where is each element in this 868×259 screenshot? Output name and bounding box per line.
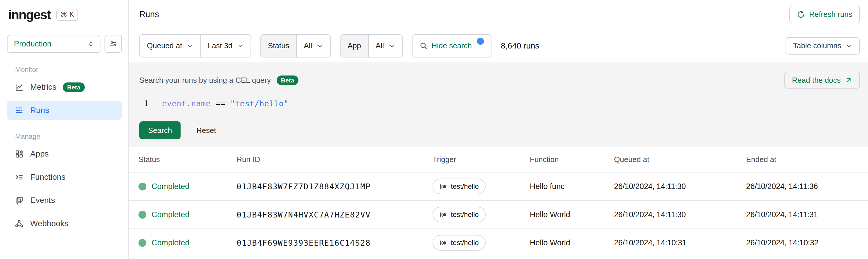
logo-row: inngest ⌘ K (7, 6, 122, 23)
trigger-pill[interactable]: test/hello (433, 179, 486, 194)
status-filter-value: All (304, 41, 312, 50)
queued-at: 26/10/2024, 14:11:30 (614, 182, 746, 191)
event-signal-icon (439, 183, 447, 191)
chevron-down-icon (845, 42, 852, 49)
command-k-shortcut[interactable]: ⌘ K (56, 9, 78, 21)
chevron-down-icon (187, 43, 193, 49)
chevron-down-icon (317, 43, 323, 49)
apps-icon (14, 149, 24, 159)
reset-button[interactable]: Reset (194, 126, 218, 135)
time-range-dropdown[interactable]: Last 3d (200, 35, 250, 57)
status-label: Completed (152, 182, 190, 191)
sidebar-item-metrics[interactable]: Metrics Beta (7, 78, 122, 96)
time-field-value: Queued at (147, 41, 182, 50)
queued-at: 26/10/2024, 14:10:31 (614, 238, 746, 248)
trigger-cell: test/hello (433, 207, 530, 223)
column-header-status: Status (138, 155, 237, 164)
sidebar-item-webhooks[interactable]: Webhooks (7, 214, 122, 233)
environment-settings-button[interactable] (104, 35, 122, 53)
sidebar-item-apps[interactable]: Apps (7, 145, 122, 163)
run-id: 01JB4F83W7N4HVXC7A7HZE82VV (237, 210, 433, 219)
column-header-run-id: Run ID (237, 155, 433, 164)
ended-at: 26/10/2024, 14:10:32 (746, 238, 862, 248)
status-label: Completed (152, 210, 190, 219)
cel-query-editor[interactable]: 1 event.name == "test/hello" (140, 99, 860, 108)
beta-badge: Beta (63, 83, 85, 92)
hide-search-label: Hide search (432, 41, 472, 50)
code-token-operator: == (211, 99, 230, 108)
trigger-name: test/hello (451, 182, 479, 191)
up-down-chevron-icon (87, 40, 95, 48)
sidebar-item-functions[interactable]: Functions (7, 168, 122, 186)
trigger-pill[interactable]: test/hello (433, 207, 486, 223)
page-title: Runs (140, 9, 159, 19)
queued-at: 26/10/2024, 14:11:30 (614, 210, 746, 219)
refresh-runs-label: Refresh runs (809, 10, 852, 19)
search-notification-dot (477, 38, 484, 45)
table-columns-dropdown[interactable]: Table columns (785, 37, 860, 55)
time-range-value: Last 3d (208, 41, 232, 50)
metrics-icon (14, 83, 24, 92)
sidebar-item-label: Webhooks (30, 219, 68, 228)
environment-row: Production (7, 35, 122, 53)
functions-icon (14, 172, 24, 182)
status-dot-icon (138, 183, 146, 191)
sidebar-section-monitor: Monitor (15, 66, 122, 74)
table-body: Completed 01JB4F83W7FZ7D1Z884XZQJ1MP tes… (129, 172, 868, 257)
events-icon (14, 196, 24, 205)
function-name: Hello World (530, 210, 614, 219)
read-the-docs-label: Read the docs (792, 76, 841, 85)
sliders-icon (109, 40, 117, 48)
status-dot-icon (138, 211, 146, 219)
refresh-runs-button[interactable]: Refresh runs (789, 6, 860, 23)
table-row[interactable]: Completed 01JB4F83W7N4HVXC7A7HZE82VV tes… (129, 200, 868, 229)
page-header: Runs Refresh runs (129, 0, 868, 29)
table-columns-label: Table columns (793, 41, 841, 50)
beta-badge: Beta (277, 76, 299, 85)
search-button[interactable]: Search (140, 121, 181, 139)
function-name: Hello World (530, 238, 614, 248)
trigger-name: test/hello (451, 210, 479, 219)
event-signal-icon (439, 211, 447, 219)
sidebar-item-label: Apps (30, 149, 49, 159)
main-content: Runs Refresh runs Queued at Last 3d (129, 0, 868, 259)
sidebar-item-runs[interactable]: Runs (7, 101, 122, 120)
runs-icon (14, 106, 24, 115)
app-window: inngest ⌘ K Production Monitor Metrics (0, 0, 868, 259)
ended-at: 26/10/2024, 14:11:31 (746, 210, 862, 219)
trigger-cell: test/hello (433, 235, 530, 251)
chevron-down-icon (389, 43, 395, 49)
table-row[interactable]: Completed 01JB4F83W7FZ7D1Z884XZQJ1MP tes… (129, 172, 868, 200)
cel-actions: Search Reset (140, 121, 860, 139)
refresh-icon (797, 10, 805, 19)
time-field-dropdown[interactable]: Queued at (140, 35, 200, 57)
webhooks-icon (14, 219, 24, 228)
line-number: 1 (144, 99, 149, 108)
column-header-function: Function (530, 155, 614, 164)
status-label: Completed (152, 238, 190, 248)
sidebar-item-events[interactable]: Events (7, 191, 122, 210)
table-row[interactable]: Completed 01JB4F69WE9393EERE16C14S28 tes… (129, 229, 868, 257)
status-filter-dropdown[interactable]: All (296, 35, 330, 57)
column-header-queued-at: Queued at (614, 155, 746, 164)
read-the-docs-button[interactable]: Read the docs (784, 72, 860, 89)
app-filter-group: App All (340, 34, 402, 57)
sidebar-item-label: Functions (30, 172, 65, 182)
environment-select[interactable]: Production (7, 35, 100, 53)
code-token-property: name (191, 99, 211, 108)
search-icon (420, 42, 428, 50)
trigger-pill[interactable]: test/hello (433, 235, 486, 251)
sidebar: inngest ⌘ K Production Monitor Metrics (0, 0, 129, 259)
app-filter-label: App (341, 35, 368, 57)
table-header: Status Run ID Trigger Function Queued at… (129, 147, 868, 172)
chevron-down-icon (237, 43, 244, 49)
sidebar-item-label: Events (30, 196, 55, 205)
hide-search-button[interactable]: Hide search (412, 34, 492, 57)
code-token-string: "test/hello" (230, 99, 288, 108)
filter-bar: Queued at Last 3d Status All App All (129, 29, 868, 62)
app-filter-dropdown[interactable]: All (368, 35, 402, 57)
sidebar-item-label: Metrics (30, 83, 56, 92)
column-header-ended-at: Ended at (746, 155, 862, 164)
function-name: Hello func (530, 182, 614, 191)
cel-panel-title: Search your runs by using a CEL query (140, 76, 271, 85)
